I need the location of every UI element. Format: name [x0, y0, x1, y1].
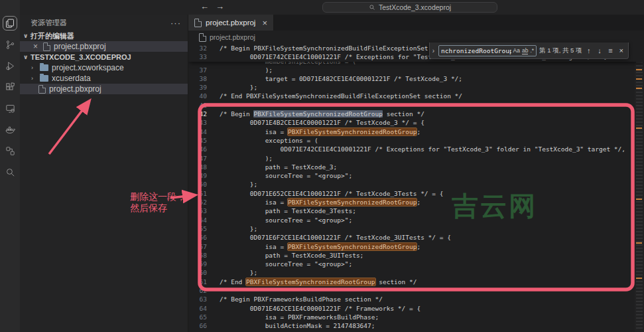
line-number[interactable]: 43	[188, 118, 207, 127]
components-icon[interactable]	[3, 143, 17, 158]
open-editors-section[interactable]: ∨ 打开的编辑器	[20, 31, 188, 41]
folder-icon	[40, 75, 48, 82]
source-control-icon[interactable]	[3, 37, 17, 52]
tree-item-xcuserdata[interactable]: › xcuserdata	[20, 73, 188, 84]
code-lines[interactable]: 37 );38 target = 0D071E482CE1E4C00001221…	[188, 66, 644, 332]
line-number[interactable]: 48	[188, 163, 207, 171]
line-number[interactable]: 54	[188, 216, 207, 224]
code-line[interactable]: 39 };	[188, 83, 644, 92]
extensions-icon[interactable]	[3, 80, 17, 94]
find-close-button[interactable]: ×	[617, 46, 625, 54]
nav-back-button[interactable]: ←	[200, 1, 209, 11]
close-icon[interactable]: ×	[33, 42, 40, 51]
command-center-search[interactable]: TestXcode_3.xcodeproj	[322, 2, 497, 13]
code-line[interactable]: 51 0D071E652CE1E4C10001221F /* TestXcode…	[188, 189, 644, 198]
line-number[interactable]: 39	[188, 83, 207, 92]
line-number[interactable]: 64	[188, 304, 207, 313]
line-number[interactable]: 45	[188, 136, 207, 145]
code-line[interactable]: 40/* End PBXFileSystemSynchronizedBuildF…	[188, 92, 644, 100]
code-line[interactable]: 57 isa = PBXFileSystemSynchronizedRootGr…	[188, 242, 644, 251]
find-in-selection-button[interactable]: ≡	[606, 46, 614, 54]
code-line[interactable]: 44 isa = PBXFileSystemSynchronizedRootGr…	[188, 127, 644, 136]
remote-explorer-icon[interactable]	[3, 101, 17, 116]
line-number[interactable]: 59	[188, 260, 207, 268]
code-line[interactable]: 60 };	[188, 268, 644, 277]
tree-item-xcworkspace[interactable]: › project.xcworkspace	[20, 62, 188, 73]
find-input[interactable]: nchronizedRootGroup Aa ab .*	[438, 45, 537, 56]
line-number[interactable]: 42	[188, 110, 207, 118]
code-line[interactable]: 50 };	[188, 180, 644, 189]
line-number[interactable]: 57	[188, 242, 207, 251]
sidebar-more-actions-button[interactable]: ···	[170, 18, 181, 28]
code-editor[interactable]: 32/* Begin PBXFileSystemSynchronizedBuil…	[188, 44, 644, 332]
code-line[interactable]: 46 0D071E742CE1E4C10001221F /* Exception…	[188, 145, 644, 153]
line-number[interactable]: 66	[188, 321, 207, 330]
breadcrumb[interactable]: project.pbxproj	[188, 31, 644, 44]
find-previous-button[interactable]: ↑	[584, 46, 592, 54]
line-number[interactable]: 61	[188, 278, 207, 286]
find-next-button[interactable]: ↓	[596, 46, 604, 54]
open-editor-item[interactable]: × project.pbxproj	[20, 41, 188, 52]
tab-project-pbxproj[interactable]: project.pbxproj ×	[188, 15, 274, 31]
code-line[interactable]: 45 exceptions = (	[188, 136, 644, 145]
code-line[interactable]: 63/* Begin PBXFrameworksBuildPhase secti…	[188, 295, 644, 303]
line-number[interactable]: 55	[188, 224, 207, 233]
line-number[interactable]: 58	[188, 251, 207, 260]
regex-button[interactable]: .*	[530, 47, 534, 54]
line-number[interactable]: 38	[188, 74, 207, 83]
line-number[interactable]: 60	[188, 268, 207, 277]
line-number[interactable]: 63	[188, 295, 207, 303]
code-line[interactable]: 52 isa = PBXFileSystemSynchronizedRootGr…	[188, 198, 644, 207]
whole-word-button[interactable]: ab	[522, 47, 528, 54]
line-number[interactable]: 33	[188, 52, 207, 61]
code-line[interactable]: 64 0D071E462CE1E4C00001221F /* Framework…	[188, 304, 644, 313]
code-line[interactable]: 48 path = TestXcode_3;	[188, 163, 644, 171]
tree-item-pbxproj[interactable]: project.pbxproj	[20, 84, 188, 94]
tab-close-icon[interactable]: ×	[262, 18, 267, 28]
code-line[interactable]: 56 0D071E6F2CE1E4C10001221F /* TestXcode…	[188, 233, 644, 242]
project-section[interactable]: ∨ TESTXCODE_3.XCODEPROJ	[20, 52, 188, 62]
code-line[interactable]: 59 sourceTree = "<group>";	[188, 260, 644, 268]
minimap[interactable]	[635, 44, 644, 332]
editor-group: project.pbxproj × project.pbxproj 32/* B…	[188, 15, 644, 332]
run-and-debug-icon[interactable]	[3, 58, 17, 73]
code-line[interactable]: 53 path = TestXcode_3Tests;	[188, 207, 644, 215]
line-number[interactable]: 65	[188, 313, 207, 321]
toggle-replace-icon[interactable]: ›	[431, 47, 436, 54]
code-line[interactable]: 58 path = TestXcode_3UITests;	[188, 251, 644, 260]
code-line[interactable]: 65 isa = PBXFrameworksBuildPhase;	[188, 313, 644, 321]
code-line[interactable]: 37 );	[188, 66, 644, 74]
line-number[interactable]: 62	[188, 286, 207, 295]
line-number[interactable]: 37	[188, 66, 207, 74]
docker-icon[interactable]	[3, 122, 17, 137]
code-line[interactable]: 38 target = 0D071E482CE1E4C00001221F /* …	[188, 74, 644, 83]
line-number[interactable]: 46	[188, 145, 207, 153]
nav-forward-button[interactable]: →	[216, 1, 224, 11]
line-number[interactable]: 44	[188, 127, 207, 136]
line-number[interactable]: 50	[188, 180, 207, 189]
line-number[interactable]: 47	[188, 154, 207, 163]
code-line[interactable]: 49 sourceTree = "<group>";	[188, 171, 644, 180]
code-line[interactable]: 55 };	[188, 224, 644, 233]
match-case-button[interactable]: Aa	[513, 47, 520, 54]
code-line[interactable]: 62	[188, 286, 644, 295]
file-icon	[38, 85, 46, 94]
explorer-icon[interactable]	[3, 16, 17, 31]
code-line[interactable]: 54 sourceTree = "<group>";	[188, 216, 644, 224]
line-number[interactable]: 56	[188, 233, 207, 242]
line-number[interactable]: 41	[188, 101, 207, 110]
code-line[interactable]: 43 0D071E4B2CE1E4C00001221F /* TestXcode…	[188, 118, 644, 127]
code-line[interactable]: 66 buildActionMask = 2147483647;	[188, 321, 644, 330]
search-icon[interactable]	[3, 165, 17, 179]
code-line[interactable]: 41	[188, 101, 644, 110]
line-number[interactable]: 40	[188, 92, 207, 100]
code-line[interactable]: 42/* Begin PBXFileSystemSynchronizedRoot…	[188, 110, 644, 118]
code-line[interactable]: 61/* End PBXFileSystemSynchronizedRootGr…	[188, 278, 644, 286]
line-number[interactable]: 51	[188, 189, 207, 198]
code-line[interactable]: 47 );	[188, 154, 644, 163]
file-icon	[199, 33, 206, 42]
line-number[interactable]: 49	[188, 171, 207, 180]
line-number[interactable]: 52	[188, 198, 207, 207]
line-number[interactable]: 53	[188, 207, 207, 215]
line-number[interactable]: 32	[188, 44, 207, 52]
